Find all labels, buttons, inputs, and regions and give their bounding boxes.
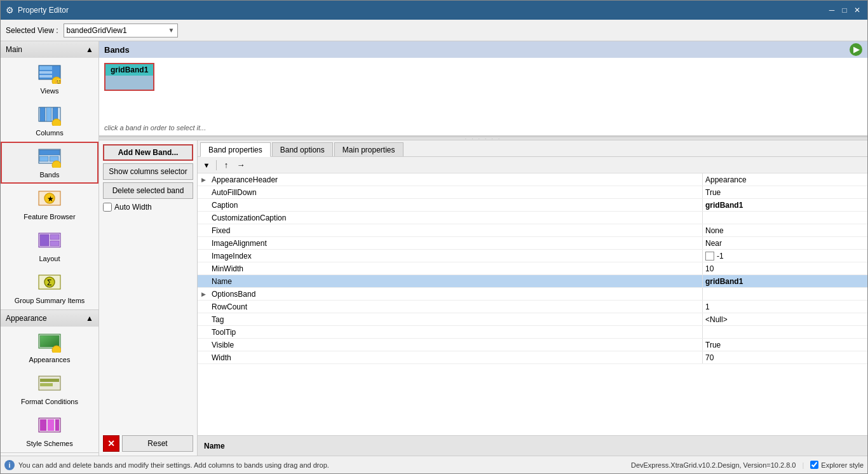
svg-rect-35	[55, 419, 59, 431]
status-bar-left: i You can add and delete bands and modif…	[4, 460, 329, 470]
expand-options-band[interactable]: ▶	[198, 288, 209, 300]
selected-view-value: bandedGridView1	[67, 26, 127, 35]
sidebar-item-group-summary[interactable]: Σ Group Summary Items	[1, 267, 98, 309]
prop-row-customization-caption: CustomizationCaption	[198, 212, 867, 224]
sidebar-item-group-summary-label: Group Summary Items	[15, 297, 85, 304]
sidebar-item-layout-label: Layout	[39, 255, 60, 262]
show-columns-selector-button[interactable]: Show columns selector	[103, 163, 193, 180]
minimize-button[interactable]: ─	[827, 5, 837, 15]
props-grid: ▶ AppearanceHeader Appearance	[198, 173, 867, 435]
close-button[interactable]: ✕	[852, 5, 862, 15]
sort-descending-button[interactable]: →	[234, 159, 247, 172]
nav-section-appearance-label: Appearance	[6, 314, 47, 323]
expand-appearance-header[interactable]: ▶	[198, 173, 209, 186]
prop-name-row-count: RowCount	[209, 301, 702, 313]
prop-value-width[interactable]: 70	[702, 351, 867, 363]
expand-image-index	[198, 250, 209, 262]
band-chip-gridband1[interactable]: gridBand1	[104, 63, 154, 91]
style-schemes-icon-svg	[38, 417, 61, 437]
maximize-button[interactable]: □	[839, 5, 850, 15]
expand-min-width	[198, 262, 209, 274]
reset-button[interactable]: Reset	[122, 435, 193, 452]
auto-width-checkbox[interactable]	[103, 203, 112, 212]
prop-name-visible: Visible	[209, 339, 702, 351]
window-controls: ─ □ ✕	[827, 5, 862, 15]
selected-view-dropdown[interactable]: bandedGridView1 ▼	[64, 24, 178, 37]
bands-instruction: click a band in order to select it...	[99, 121, 867, 135]
prop-name-fixed: Fixed	[209, 224, 702, 236]
bands-icon-svg	[38, 149, 61, 168]
tab-band-options[interactable]: Band options	[272, 142, 333, 156]
feature-browser-icon: ★	[38, 189, 61, 212]
nav-section-main-header[interactable]: Main ▲	[1, 41, 98, 58]
nav-section-appearance: Appearance ▲ Appearances	[1, 310, 98, 453]
group-summary-icon: Σ	[38, 273, 61, 295]
style-schemes-icon	[38, 416, 61, 438]
prop-name-image-alignment: ImageAlignment	[209, 237, 702, 249]
tab-band-properties[interactable]: Band properties	[200, 142, 271, 157]
prop-row-appearance-header: ▶ AppearanceHeader Appearance	[198, 173, 867, 186]
sidebar-item-layout[interactable]: Layout	[1, 226, 98, 267]
sidebar-item-appearances[interactable]: Appearances	[1, 327, 98, 369]
prop-value-row-count[interactable]: 1	[702, 301, 867, 313]
sidebar-item-bands[interactable]: Bands	[1, 142, 98, 184]
prop-name-tag: Tag	[209, 313, 702, 325]
layout-icon-svg	[38, 233, 61, 252]
prop-value-fixed[interactable]: None	[702, 224, 867, 236]
sidebar-item-feature-browser[interactable]: ★ Feature Browser	[1, 184, 98, 226]
dropdown-arrow-icon: ▼	[168, 27, 175, 34]
svg-rect-33	[40, 419, 46, 431]
prop-value-tag[interactable]: <Null>	[702, 313, 867, 325]
prop-value-name[interactable]: gridBand1	[702, 275, 867, 287]
expand-row-count	[198, 301, 209, 313]
svg-rect-21	[50, 234, 59, 240]
prop-value-customization-caption[interactable]	[702, 212, 867, 224]
selected-view-label: Selected View :	[6, 26, 58, 35]
explorer-style-checkbox[interactable]	[810, 461, 818, 469]
prop-value-caption[interactable]: gridBand1	[702, 199, 867, 211]
prop-value-visible[interactable]: True	[702, 339, 867, 351]
prop-value-image-alignment[interactable]: Near	[702, 237, 867, 249]
prop-name-autofill-down: AutoFillDown	[209, 186, 702, 198]
sidebar-item-format-conditions[interactable]: Format Conditions	[1, 369, 98, 410]
tab-main-properties-label: Main properties	[342, 146, 395, 154]
columns-icon	[38, 105, 61, 128]
prop-row-fixed: Fixed None	[198, 224, 867, 237]
tab-main-properties[interactable]: Main properties	[334, 142, 403, 156]
delete-selected-band-button[interactable]: Delete selected band	[103, 182, 193, 199]
sidebar-item-feature-browser-label: Feature Browser	[24, 213, 75, 220]
sidebar-item-columns[interactable]: Columns	[1, 100, 98, 142]
columns-icon-svg	[38, 107, 61, 126]
sidebar-item-views[interactable]: 😊 Views	[1, 58, 98, 100]
prop-name-width: Width	[209, 351, 702, 363]
expand-customization-caption	[198, 212, 209, 224]
prop-value-tooltip[interactable]	[702, 326, 867, 338]
spacer	[103, 214, 193, 433]
appearances-icon	[38, 332, 61, 355]
sidebar-item-style-schemes-label: Style Schemes	[26, 440, 72, 447]
prop-value-options-band[interactable]	[702, 288, 867, 300]
cancel-x-button[interactable]: ✕	[103, 435, 119, 452]
prop-row-tooltip: ToolTip	[198, 326, 867, 339]
svg-rect-27	[40, 335, 59, 347]
prop-value-image-index[interactable]: -1	[702, 250, 867, 262]
tab-band-properties-label: Band properties	[208, 146, 262, 154]
band-chip-header: gridBand1	[105, 64, 153, 76]
auto-width-row: Auto Width	[103, 203, 193, 212]
expand-tag	[198, 313, 209, 325]
sidebar-item-style-schemes[interactable]: Style Schemes	[1, 410, 98, 452]
nav-section-appearance-header[interactable]: Appearance ▲	[1, 310, 98, 327]
prop-value-appearance-header[interactable]: Appearance	[702, 173, 867, 186]
prop-value-min-width[interactable]: 10	[702, 262, 867, 274]
status-bar-right: DevExpress.XtraGrid.v10.2.Design, Versio…	[631, 461, 864, 469]
sort-ascending-button[interactable]: ↑	[220, 159, 233, 172]
svg-rect-20	[40, 234, 49, 246]
prop-row-options-band: ▶ OptionsBand	[198, 288, 867, 301]
sort-dropdown-button[interactable]: ▼	[200, 159, 213, 172]
bands-green-button[interactable]: ▶	[850, 43, 862, 56]
prop-value-autofill-down[interactable]: True	[702, 186, 867, 198]
props-tools: ▼ ↑ →	[198, 157, 867, 173]
status-divider: |	[803, 461, 804, 469]
svg-point-15	[52, 161, 61, 168]
add-new-band-button[interactable]: Add New Band...	[103, 144, 193, 161]
